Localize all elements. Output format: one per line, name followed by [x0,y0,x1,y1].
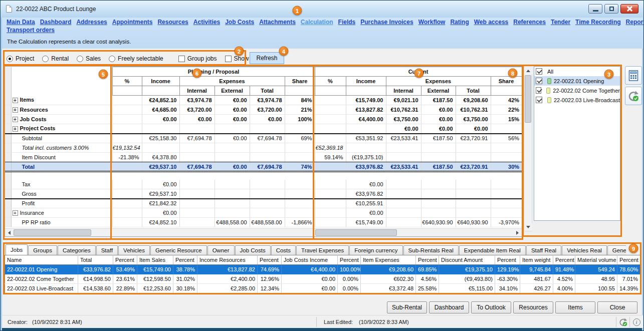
tab-staff-real[interactable]: Staff Real [526,245,561,255]
calculator-button[interactable] [625,66,642,85]
nav-main-data[interactable]: Main Data [7,19,35,26]
nav-activities[interactable]: Activities [193,19,220,26]
tab-categories[interactable]: Categories [58,245,96,255]
scrollbar-thumb[interactable] [315,229,397,236]
scroll-up-arrow[interactable] [524,67,532,74]
tab-groups[interactable]: Groups [28,245,57,255]
tab-foreign-currency[interactable]: Foreign currency [349,245,402,255]
scroll-right-arrow[interactable] [514,229,522,236]
checkbox-icon[interactable] [536,87,541,94]
radio-project[interactable]: Project [7,55,34,62]
to-outlook-button[interactable]: To Outlook [471,301,511,313]
element: Planning / ProposalCurrent %IncomeExpens… [5,67,522,227]
restore-button[interactable] [604,4,618,14]
nav-report-parameter[interactable]: Report Parameter [626,19,644,26]
table-cell: €0.00 [386,124,421,134]
nav-job-costs[interactable]: Job Costs [225,19,254,26]
tab-expendable-item-real[interactable]: Expendable Item Real [459,245,526,255]
resources-button[interactable]: Resources [513,301,553,313]
table-cell: €2,285.00 [197,284,258,293]
scroll-left-arrow[interactable] [5,229,13,236]
table-cell [285,180,315,189]
vertical-scrollbar[interactable] [524,66,532,231]
table-cell: €19,132.54 [112,143,142,153]
close-window-button[interactable]: Close [597,301,637,313]
minimize-button[interactable] [588,4,602,14]
nav-addresses[interactable]: Addresses [76,19,107,26]
jobs-table-row-opening[interactable]: 22-0022.01 Opening€33,976.8253.49%€15,74… [5,265,640,274]
tab-staff[interactable]: Staff [96,245,118,255]
job-filter-label: 22-0022.03 Live-Broadcast [554,97,620,103]
checkbox-icon[interactable] [536,97,542,103]
table-cell: €9,208.60 [361,265,416,274]
sub-rental-button[interactable]: Sub-Rental [387,301,427,313]
nav-rating[interactable]: Rating [450,19,469,26]
tab-generic-resource-real[interactable]: Generic Resource Real [607,245,626,255]
table-cell: Tax [11,180,112,189]
row-resources: +Resources€4,685.00€3,720.00€0.00€3,720.… [5,105,522,115]
table-cell [179,124,214,134]
refresh-button[interactable]: Refresh [250,52,284,64]
nav-workflow[interactable]: Workflow [418,19,446,26]
tab-travel-expenses[interactable]: Travel Expenses [296,245,349,255]
radio-freely-selectable[interactable]: Freely selectable [109,55,163,62]
tab-owner[interactable]: Owner [207,245,235,255]
nav-references[interactable]: References [513,19,546,26]
table-cell [250,180,285,189]
radio-rental[interactable]: Rental [42,55,69,62]
nav-calculation[interactable]: Calculation [301,19,333,26]
checkbox-icon[interactable] [536,68,542,75]
items-button[interactable]: Items [555,301,595,313]
table-cell [112,218,142,227]
recalculate-button[interactable] [625,87,642,105]
nav-purchase-invoices[interactable]: Purchase Invoices [360,19,413,26]
table-cell: Item Discount [11,153,112,162]
nav-fields[interactable]: Fields [338,19,356,26]
table-cell: €9,208.60 [456,96,491,105]
table-cell: €0.00 [179,115,214,124]
nav-dashboard[interactable]: Dashboard [40,19,72,26]
checkbox-icon[interactable] [536,78,542,84]
table-cell: PP RP ratio [11,218,112,227]
nav-time-recording[interactable]: Time Recording [575,19,620,26]
tab-vehicles-real[interactable]: Vehicles Real [562,245,607,255]
checkbox-group-jobs[interactable]: Group jobs [178,55,217,62]
nav-tender[interactable]: Tender [551,19,570,26]
nav-web-access[interactable]: Web access [474,19,509,26]
jobs-table-row-live-broadcast[interactable]: 22-0022.03 Live-Broadcast€14,538.6022.89… [5,284,640,293]
scrollbar-thumb[interactable] [525,75,531,123]
expand-icon[interactable]: + [13,210,18,216]
tab-jobs[interactable]: Jobs [6,244,28,255]
nav-transport-orders[interactable]: Transport orders [7,27,55,34]
radio-sales[interactable]: Sales [77,55,101,62]
tab-costs[interactable]: Costs [271,245,296,255]
tab-vehicles[interactable]: Vehicles [118,245,150,255]
tab-generic-resource[interactable]: Generic Resource [150,245,207,255]
expand-icon[interactable]: + [13,98,18,103]
expand-icon[interactable]: + [13,117,18,122]
table-cell: €9,021.10 [386,96,421,105]
job-filter-come-together[interactable]: 22-0022.02 Come Together [534,86,620,95]
expand-icon[interactable]: + [13,126,18,132]
job-filter-label: 22-0022.01 Opening [554,78,604,84]
table-cell: €3,750.00 [386,115,421,124]
job-filter-live-broadcast[interactable]: 22-0022.03 Live-Broadcast [534,95,620,105]
table-cell [250,124,285,134]
sync-status-button[interactable] [618,317,628,327]
expand-icon[interactable]: + [13,107,18,113]
scroll-down-arrow[interactable] [524,223,532,231]
horizontal-scrollbar[interactable] [5,228,522,236]
table-cell [491,86,522,96]
table-cell [5,199,11,208]
dashboard-button[interactable]: Dashboard [429,301,469,313]
tab-sub-rentals-real[interactable]: Sub-Rentals Real [403,245,459,255]
info-button[interactable]: i [631,317,641,327]
close-button[interactable] [620,4,638,14]
nav-attachments[interactable]: Attachments [259,19,296,26]
nav-resources[interactable]: Resources [157,19,188,26]
jobs-table-row-come-together[interactable]: 22-0022.02 Come Together€14,998.5023.61%… [5,274,640,284]
scrollbar-thumb[interactable] [14,229,91,236]
table-cell: €29,537.10 [142,189,179,199]
nav-appointments[interactable]: Appointments [112,19,153,26]
tab-job-costs[interactable]: Job Costs [235,245,271,255]
